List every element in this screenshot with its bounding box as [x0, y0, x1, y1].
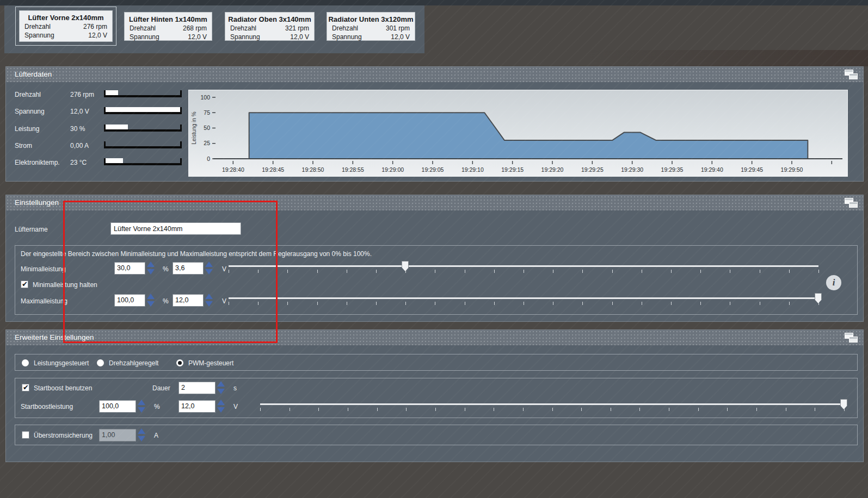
pwm-gesteuert-label: PWM-gesteuert: [188, 359, 233, 367]
svg-text:19:29:05: 19:29:05: [422, 166, 444, 173]
cascade-windows-icon[interactable]: [845, 70, 858, 79]
dauer-spinner: [178, 381, 225, 394]
power-history-chart: 19:28:4019:28:4519:28:5019:28:5519:29:00…: [188, 90, 848, 177]
svg-text:19:29:40: 19:29:40: [701, 166, 723, 173]
maximalleistung-slider[interactable]: [229, 294, 818, 306]
svg-text:100: 100: [200, 94, 210, 101]
spin-down-icon[interactable]: [217, 407, 225, 413]
tile-row-value: 12,0 V: [188, 33, 207, 41]
ueberstromsicherung-input[interactable]: [99, 429, 136, 441]
spin-up-icon[interactable]: [217, 381, 225, 387]
settings-title: Einstellungen: [15, 198, 59, 207]
dauer-input[interactable]: [178, 382, 216, 394]
tile-row-value: 301 rpm: [386, 24, 410, 33]
tile-row-label: Drehzahl: [332, 24, 358, 33]
svg-text:0: 0: [207, 155, 210, 162]
fan-tile-radiator-unten[interactable]: Radiator Unten 3x120mm Drehzahl301 rpm S…: [327, 12, 415, 41]
tile-title: Lüfter Vorne 2x140mm: [20, 11, 112, 22]
fan-data-header: Lüfterdaten: [6, 67, 863, 82]
svg-text:25: 25: [204, 140, 210, 146]
drehzahl-meter: [104, 90, 182, 97]
spin-up-icon[interactable]: [205, 294, 213, 299]
min-percent-input[interactable]: [114, 262, 145, 275]
settings-header: Einstellungen: [6, 195, 863, 210]
minimalleistung-label: Minimalleistung: [21, 265, 66, 273]
control-mode-group: Leistungsgesteuert Drehzahlgeregelt PWM-…: [15, 354, 858, 371]
info-button[interactable]: i: [826, 275, 841, 290]
minimalleistung-halten-checkbox[interactable]: [21, 281, 28, 288]
pwm-gesteuert-radio[interactable]: [176, 359, 183, 366]
spin-down-icon[interactable]: [205, 269, 213, 275]
drehzahlgeregelt-label: Drehzahlgeregelt: [109, 359, 158, 367]
cascade-windows-icon[interactable]: [845, 198, 858, 208]
startboost-checkbox[interactable]: [22, 384, 29, 391]
advanced-settings-header: Erweiterte Einstellungen: [6, 330, 863, 345]
spin-down-icon[interactable]: [205, 301, 213, 307]
cascade-windows-icon[interactable]: [845, 333, 858, 343]
row-value: 12,0 V: [70, 108, 89, 115]
spin-up-icon[interactable]: [205, 262, 213, 267]
min-volt-spinner: [173, 262, 213, 275]
tile-title: Lüfter Hinten 1x140mm: [125, 13, 212, 24]
fan-tile-luefter-vorne[interactable]: Lüfter Vorne 2x140mm Drehzahl276 rpm Spa…: [19, 10, 113, 42]
ueberstromsicherung-checkbox[interactable]: [22, 431, 29, 439]
tile-row-value: 12,0 V: [88, 31, 107, 40]
spannung-meter: [104, 107, 182, 114]
power-range-group: Der eingestellte Bereich zwischen Minima…: [15, 245, 858, 315]
leistungsgesteuert-radio[interactable]: [22, 359, 29, 366]
tile-row-value: 268 rpm: [183, 24, 207, 33]
overcurrent-group: Überstromsicherung A: [15, 425, 858, 445]
startboost-volt-spinner: [178, 400, 225, 413]
startboost-percent-unit: %: [154, 403, 160, 410]
spin-down-icon[interactable]: [217, 389, 225, 394]
row-value: 276 rpm: [70, 91, 94, 98]
max-percent-input[interactable]: [114, 294, 145, 307]
min-percent-unit: %: [163, 265, 169, 273]
svg-text:19:29:15: 19:29:15: [501, 166, 524, 173]
startboost-percent-input[interactable]: [99, 400, 136, 413]
row-value: 30 %: [70, 125, 85, 133]
startboost-slider[interactable]: [260, 400, 844, 412]
svg-text:19:29:35: 19:29:35: [661, 166, 684, 173]
spin-down-icon[interactable]: [138, 436, 145, 441]
minimalleistung-slider[interactable]: [229, 262, 818, 274]
fan-tiles-strip: Lüfter Vorne 2x140mm Drehzahl276 rpm Spa…: [4, 5, 424, 53]
svg-text:19:28:45: 19:28:45: [262, 166, 284, 173]
spin-down-icon[interactable]: [147, 301, 155, 307]
row-label: Spannung: [15, 108, 45, 115]
top-dark-strip: [0, 0, 868, 5]
maximalleistung-label: Maximalleistung: [21, 297, 67, 305]
fan-tile-radiator-oben[interactable]: Radiator Oben 3x140mm Drehzahl321 rpm Sp…: [225, 12, 315, 41]
drehzahlgeregelt-radio[interactable]: [97, 359, 104, 366]
spin-up-icon[interactable]: [147, 262, 155, 267]
spin-up-icon[interactable]: [138, 400, 145, 405]
slider-track: [229, 265, 818, 267]
tile-row-value: 321 rpm: [285, 24, 309, 33]
spin-up-icon[interactable]: [138, 428, 145, 434]
min-volt-input[interactable]: [173, 262, 204, 275]
fan-name-input[interactable]: [110, 222, 241, 235]
tile-row-label: Spannung: [332, 33, 362, 41]
max-percent-unit: %: [163, 297, 169, 305]
tile-row-label: Drehzahl: [230, 24, 256, 33]
svg-text:19:29:00: 19:29:00: [381, 166, 404, 173]
spin-down-icon[interactable]: [138, 407, 145, 413]
slider-ticks: [229, 302, 818, 306]
row-value: 0,00 A: [70, 142, 89, 150]
fan-tile-luefter-hinten[interactable]: Lüfter Hinten 1x140mm Drehzahl268 rpm Sp…: [124, 12, 212, 41]
svg-text:Leistung in %: Leistung in %: [191, 111, 197, 144]
ueberstromsicherung-label: Überstromsicherung: [34, 432, 93, 439]
advanced-settings-panel: Erweiterte Einstellungen Leistungsgesteu…: [5, 329, 864, 462]
spin-up-icon[interactable]: [147, 294, 155, 299]
spin-up-icon[interactable]: [217, 400, 225, 405]
spin-down-icon[interactable]: [147, 269, 155, 275]
tile-row-label: Spannung: [230, 33, 260, 41]
svg-text:19:28:50: 19:28:50: [302, 166, 324, 173]
tile-row-label: Spannung: [130, 33, 159, 41]
startboostleistung-label: Startboostleistung: [21, 403, 73, 410]
elektroniktemp-meter: [104, 158, 182, 165]
tile-title: Radiator Oben 3x140mm: [225, 13, 314, 24]
max-volt-input[interactable]: [173, 294, 204, 307]
slider-track: [229, 297, 818, 299]
startboost-volt-input[interactable]: [178, 400, 216, 413]
